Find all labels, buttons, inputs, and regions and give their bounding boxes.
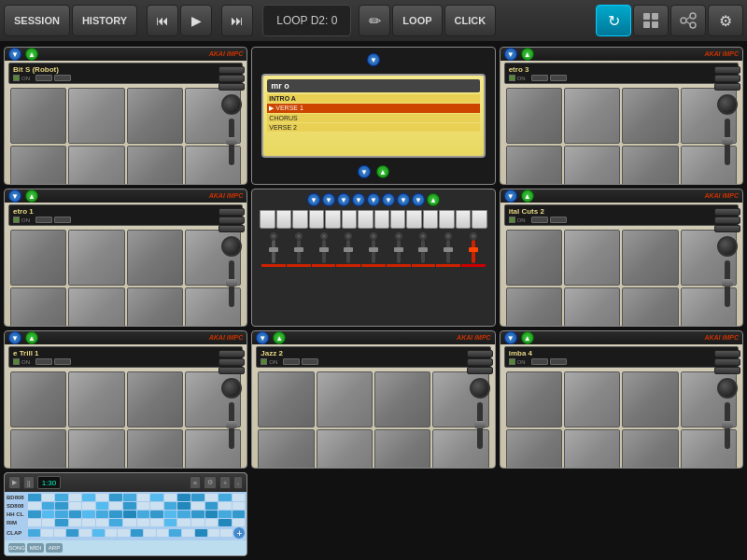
mixer-fader[interactable]: [446, 240, 450, 263]
kbd-btn-down8[interactable]: ▼: [412, 193, 425, 206]
seq-cell[interactable]: [150, 494, 163, 501]
pad[interactable]: [564, 429, 620, 469]
click-button[interactable]: CLICK: [444, 5, 497, 36]
knob-0[interactable]: [221, 94, 242, 115]
btn-up-5[interactable]: ▲: [521, 189, 534, 203]
kbd-btn-down5[interactable]: ▼: [367, 193, 380, 206]
seq-btn-2[interactable]: ||: [23, 476, 35, 489]
seq-cell[interactable]: [205, 502, 218, 510]
mixer-knob[interactable]: [345, 232, 352, 240]
pad[interactable]: [622, 88, 678, 144]
seq-cell[interactable]: [205, 494, 218, 501]
prog-checkbox-6[interactable]: [13, 358, 20, 365]
mixer-knob[interactable]: [370, 232, 377, 240]
btn-down-8[interactable]: ▼: [504, 331, 517, 344]
pad[interactable]: [10, 230, 66, 286]
seq-cell[interactable]: [54, 529, 66, 537]
white-key[interactable]: [439, 210, 454, 229]
seq-cell[interactable]: [96, 502, 109, 510]
seq-song-btn[interactable]: SONG: [8, 543, 25, 553]
pad[interactable]: [127, 146, 183, 185]
kbd-btn-down[interactable]: ▼: [307, 193, 320, 206]
small-btn[interactable]: [714, 75, 740, 82]
mixer-knob[interactable]: [295, 232, 303, 240]
white-key[interactable]: [358, 210, 373, 229]
white-key[interactable]: [342, 210, 357, 229]
knob-7[interactable]: [470, 378, 490, 399]
mixer-knob[interactable]: [320, 232, 328, 240]
white-key[interactable]: [292, 210, 307, 229]
seq-cell[interactable]: [191, 519, 204, 526]
btn-up-6[interactable]: ▲: [25, 331, 38, 344]
seq-cell[interactable]: [169, 529, 181, 537]
mixer-fader[interactable]: [346, 240, 350, 263]
seq-btn-1[interactable]: ▶: [8, 476, 21, 489]
mixer-fader[interactable]: [397, 240, 401, 263]
small-btn[interactable]: [218, 83, 245, 91]
seq-cell[interactable]: [137, 502, 150, 510]
seq-cell[interactable]: [208, 529, 220, 537]
seq-cell[interactable]: [164, 519, 177, 526]
mixer-fader[interactable]: [322, 240, 326, 263]
small-btn[interactable]: [218, 358, 245, 366]
seq-cell[interactable]: [82, 494, 95, 501]
btn-up-2[interactable]: ▲: [521, 48, 534, 61]
seq-cell[interactable]: [157, 529, 169, 537]
nodes-button[interactable]: [670, 5, 706, 36]
seq-cell[interactable]: [28, 494, 41, 501]
seq-cell[interactable]: [96, 494, 109, 501]
seq-cell[interactable]: [205, 511, 218, 518]
seq-cell[interactable]: [233, 519, 246, 526]
seq-cell[interactable]: [150, 511, 163, 518]
kbd-btn-down3[interactable]: ▼: [337, 193, 350, 206]
kbd-btn-down6[interactable]: ▼: [382, 193, 395, 206]
seq-cell[interactable]: [106, 529, 118, 537]
white-key[interactable]: [472, 210, 486, 229]
kbd-btn-up[interactable]: ▲: [427, 193, 440, 206]
pad[interactable]: [317, 371, 373, 427]
btn-down-6[interactable]: ▼: [8, 331, 21, 344]
small-btn[interactable]: [218, 367, 245, 374]
pad[interactable]: [564, 88, 620, 144]
seq-cell[interactable]: [191, 494, 204, 501]
seq-cell[interactable]: [218, 511, 232, 518]
pad[interactable]: [68, 230, 124, 286]
rewind-button[interactable]: ⏮: [147, 5, 178, 36]
pad[interactable]: [68, 88, 124, 144]
settings-button[interactable]: ⚙: [708, 5, 743, 36]
pad[interactable]: [68, 429, 124, 469]
prog-checkbox-5[interactable]: [509, 217, 515, 223]
seq-cell[interactable]: [123, 519, 136, 526]
small-btn[interactable]: [714, 66, 740, 74]
seq-cell[interactable]: [233, 494, 246, 501]
seq-cell[interactable]: [150, 519, 163, 526]
small-btn[interactable]: [714, 350, 740, 357]
btn-down-0[interactable]: ▼: [8, 48, 21, 61]
pad[interactable]: [564, 146, 620, 185]
white-key[interactable]: [374, 210, 389, 229]
pad[interactable]: [10, 146, 66, 185]
mixer-knob[interactable]: [270, 232, 277, 240]
pad[interactable]: [506, 88, 562, 144]
small-btn[interactable]: [467, 358, 493, 366]
seq-cell[interactable]: [28, 519, 41, 526]
seq-cell[interactable]: [69, 494, 82, 501]
seq-midi-btn[interactable]: MIDI: [27, 543, 44, 553]
seq-cell[interactable]: [137, 494, 150, 501]
seq-cell[interactable]: [42, 502, 55, 510]
session-button[interactable]: SESSION: [4, 5, 70, 36]
fader-2[interactable]: [725, 119, 730, 165]
btn-up-7[interactable]: ▲: [273, 331, 286, 344]
seq-cell[interactable]: [137, 511, 150, 518]
seq-cell[interactable]: [28, 511, 41, 518]
small-btn[interactable]: [218, 225, 245, 232]
knob-8[interactable]: [717, 378, 738, 399]
prog-checkbox-3[interactable]: [13, 217, 20, 223]
seq-cell[interactable]: [92, 529, 105, 537]
pad[interactable]: [10, 371, 66, 427]
seq-cell[interactable]: [131, 529, 143, 537]
small-btn[interactable]: [714, 367, 740, 374]
seq-cell[interactable]: [69, 519, 82, 526]
seq-cell[interactable]: [195, 529, 207, 537]
seq-cell[interactable]: [66, 529, 78, 537]
